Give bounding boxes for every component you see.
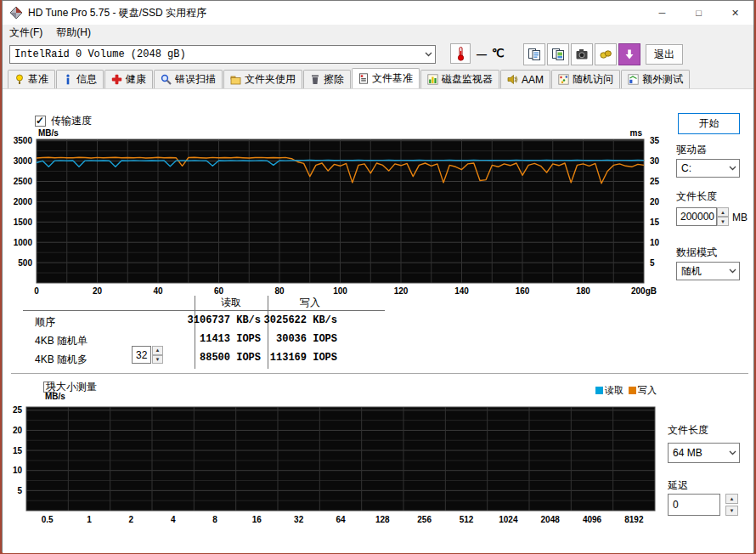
svg-text:2: 2 (129, 515, 134, 524)
menu-help[interactable]: 帮助(H) (49, 25, 98, 41)
svg-text:25: 25 (13, 405, 23, 415)
extra-tests-icon (628, 74, 639, 85)
table-header-write: 写入 (268, 296, 353, 310)
toolbar: IntelRaid 0 Volume (2048 gB) — ℃ (3, 41, 753, 69)
section-divider (11, 373, 748, 374)
copy-text-icon (528, 48, 541, 61)
svg-text:60: 60 (214, 286, 224, 296)
tab-aam[interactable]: AAM (500, 70, 550, 88)
download-button[interactable] (618, 43, 640, 65)
spinner-up-icon[interactable]: ▲ (717, 207, 729, 217)
svg-text:200gB: 200gB (631, 286, 657, 296)
data-mode-select[interactable]: 随机 (676, 262, 740, 280)
svg-text:35: 35 (650, 136, 660, 145)
svg-text:140: 140 (454, 286, 469, 296)
app-icon (9, 6, 23, 20)
svg-text:512: 512 (460, 515, 474, 524)
data-mode-label: 数据模式 (676, 246, 717, 260)
screenshot-button[interactable] (571, 43, 593, 65)
svg-text:15: 15 (650, 218, 660, 227)
temperature-button[interactable] (450, 43, 471, 64)
svg-text:25: 25 (650, 177, 660, 186)
maximize-button[interactable]: □ (680, 1, 717, 25)
row-4k-single-write: 30036 IOPS (249, 333, 337, 345)
tab-info[interactable]: 信息 (56, 70, 104, 88)
svg-text:256: 256 (417, 515, 432, 524)
minimize-button[interactable]: ─ (644, 1, 680, 25)
start-button[interactable]: 开始 (678, 113, 740, 134)
tab-label: AAM (522, 74, 544, 86)
device-select[interactable]: IntelRaid 0 Volume (2048 gB) (9, 45, 436, 64)
exit-button[interactable]: 退出 (646, 44, 683, 65)
file-length-stepper[interactable]: ▲ ▼ (717, 207, 729, 226)
svg-text:40: 40 (153, 286, 163, 296)
delay-value: 0 (673, 499, 679, 511)
block-file-length-value: 64 MB (669, 447, 725, 459)
error-scan-icon (161, 74, 172, 85)
delay-stepper[interactable]: ▲ ▼ (725, 494, 738, 516)
row-4k-multi-write: 113169 IOPS (249, 352, 337, 364)
svg-text:160: 160 (516, 286, 530, 296)
tab-label: 信息 (76, 72, 97, 87)
table-divider (23, 310, 385, 311)
tab-label: 磁盘监视器 (442, 72, 493, 87)
app-window: HD Tune Pro 5.75 - 硬盘/SSD 实用程序 ─ □ ✕ 文件(… (2, 0, 754, 552)
chevron-down-icon (421, 52, 435, 57)
tab-label: 文件夹使用 (245, 72, 296, 87)
info-icon (63, 74, 73, 85)
tab-random-access[interactable]: 随机访问 (551, 70, 620, 88)
svg-text:0: 0 (34, 286, 39, 296)
close-button[interactable]: ✕ (717, 1, 753, 25)
tab-erase[interactable]: 擦除 (303, 70, 351, 88)
svg-text:20: 20 (650, 197, 660, 206)
spinner-up-icon[interactable]: ▲ (152, 346, 163, 355)
svg-text:4096: 4096 (583, 515, 602, 524)
svg-text:10: 10 (13, 466, 23, 475)
tab-label: 健康 (126, 72, 146, 87)
block-file-length-select[interactable]: 64 MB (668, 443, 740, 463)
tab-extra-tests[interactable]: 额外测试 (621, 70, 690, 88)
svg-text:30: 30 (650, 156, 660, 166)
spinner-down-icon[interactable]: ▼ (717, 217, 729, 226)
svg-text:20: 20 (13, 426, 23, 435)
tab-label: 错误扫描 (175, 72, 216, 87)
svg-text:180: 180 (576, 286, 590, 296)
copy-text-button[interactable] (523, 43, 545, 65)
svg-text:64: 64 (336, 515, 346, 524)
delay-label: 延迟 (668, 478, 688, 493)
copy-image-button[interactable] (547, 43, 569, 65)
svg-text:32: 32 (294, 515, 304, 524)
spinner-up-icon[interactable]: ▲ (725, 494, 738, 504)
row-4k-single-read: 11413 IOPS (172, 333, 261, 345)
svg-text:16: 16 (252, 515, 262, 524)
drive-select[interactable]: C: (676, 159, 740, 178)
tab-disk-monitor[interactable]: 磁盘监视器 (420, 70, 499, 88)
block-file-length-label: 文件长度 (668, 423, 708, 438)
tab-health[interactable]: 健康 (104, 70, 153, 88)
spinner-down-icon[interactable]: ▼ (725, 506, 738, 516)
delay-input[interactable]: 0 (668, 494, 720, 516)
queue-depth-stepper[interactable]: ▲ ▼ (152, 346, 163, 364)
erase-icon (310, 74, 320, 85)
row-sequential-write: 3025622 KB/s (249, 314, 337, 326)
tab-folder-usage[interactable]: 文件夹使用 (223, 70, 302, 88)
menu-file[interactable]: 文件(F) (3, 25, 49, 41)
compare-button[interactable] (595, 43, 617, 65)
svg-text:20: 20 (93, 286, 103, 296)
svg-text:15: 15 (13, 446, 23, 455)
svg-text:MB/s: MB/s (38, 128, 59, 138)
spinner-down-icon[interactable]: ▼ (152, 355, 163, 365)
title-bar: HD Tune Pro 5.75 - 硬盘/SSD 实用程序 ─ □ ✕ (3, 1, 753, 25)
tab-label: 擦除 (324, 72, 344, 87)
tab-file-benchmark[interactable]: 文件基准 (352, 68, 420, 88)
file-length-input[interactable]: 200000 (676, 207, 717, 226)
tab-label: 基准 (28, 72, 48, 87)
tab-benchmark[interactable]: 基准 (8, 70, 55, 88)
row-4k-multi-read: 88500 IOPS (172, 352, 261, 364)
tab-error-scan[interactable]: 错误扫描 (154, 70, 223, 88)
queue-depth-input[interactable]: 32 (132, 346, 151, 364)
svg-text:120: 120 (394, 286, 409, 296)
svg-text:2500: 2500 (14, 177, 33, 186)
drive-select-value: C: (677, 162, 725, 174)
svg-text:1: 1 (87, 515, 92, 524)
